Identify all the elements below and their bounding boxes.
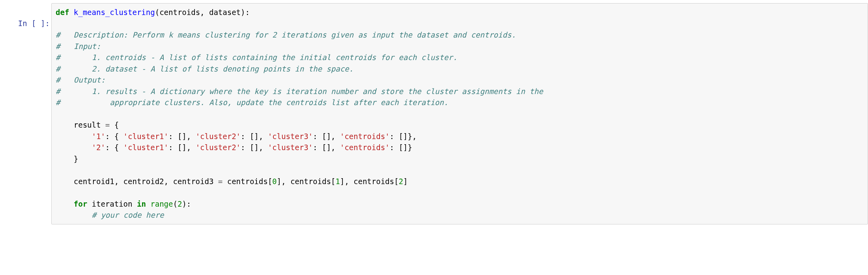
code-line	[56, 18, 864, 30]
code-text: : [],	[241, 143, 268, 152]
code-line: # 1. results - A dictionary where the ke…	[56, 86, 864, 97]
string: 'cluster3'	[268, 143, 313, 152]
comment: # 2. dataset - A list of lists denoting …	[56, 64, 354, 73]
code-line: def k_means_clustering(centroids, datase…	[56, 7, 864, 18]
comment: # 1. centroids - A list of lists contain…	[56, 53, 462, 62]
operator: =	[105, 121, 110, 129]
code-text: : [],	[313, 143, 340, 152]
code-text: ]	[403, 177, 408, 186]
string: 'cluster1'	[123, 132, 168, 141]
number: 0	[272, 177, 277, 186]
code-text	[56, 143, 92, 152]
code-line: '2': { 'cluster1': [], 'cluster2': [], '…	[56, 142, 864, 153]
number: 2	[398, 177, 403, 186]
string: 'centroids'	[340, 132, 390, 141]
code-text: iteration	[87, 200, 137, 208]
code-line: for iteration in range(2):	[56, 198, 864, 210]
code-line: # Output:	[56, 74, 864, 86]
string: 'cluster2'	[196, 132, 241, 141]
comment: # your code here	[92, 211, 164, 219]
comment: # Description: Perform k means clusterin…	[56, 30, 516, 39]
code-line: }	[56, 153, 864, 165]
notebook-code-cell: In [ ]: def k_means_clustering(centroids…	[0, 0, 868, 228]
comment: # Output:	[56, 75, 105, 84]
keyword-def: def	[56, 8, 69, 17]
code-text: : [],	[313, 132, 340, 141]
keyword-in: in	[137, 200, 146, 208]
string: '2'	[92, 143, 105, 152]
code-line: # Description: Perform k means clusterin…	[56, 29, 864, 41]
code-line: # 1. centroids - A list of lists contain…	[56, 52, 864, 63]
code-text: centroids[	[223, 177, 272, 186]
string: 'centroids'	[340, 143, 390, 152]
code-line: '1': { 'cluster1': [], 'cluster2': [], '…	[56, 131, 864, 142]
code-line: centroid1, centroid2, centroid3 = centro…	[56, 176, 864, 187]
code-text: : {	[105, 143, 123, 152]
function-name: k_means_clustering	[74, 8, 155, 17]
code-editor[interactable]: def k_means_clustering(centroids, datase…	[51, 3, 868, 224]
code-line: # appropriate clusters. Also, update the…	[56, 97, 864, 108]
code-line: # Input:	[56, 41, 864, 52]
code-text: : []}	[390, 143, 412, 152]
code-text: : [],	[241, 132, 268, 141]
code-text: : {	[105, 132, 123, 141]
code-line: # your code here	[56, 209, 864, 221]
operator: =	[218, 177, 223, 186]
code-text: centroid1, centroid2, centroid3	[56, 177, 218, 186]
code-text	[56, 200, 74, 208]
input-prompt: In [ ]:	[0, 3, 51, 40]
code-text: }	[56, 154, 78, 163]
code-line: result = {	[56, 119, 864, 131]
code-text	[69, 8, 73, 17]
string: 'cluster1'	[123, 143, 168, 152]
string: 'cluster3'	[268, 132, 313, 141]
code-text: ], centroids[	[340, 177, 399, 186]
code-line: # 2. dataset - A list of lists denoting …	[56, 63, 864, 75]
code-line	[56, 187, 864, 198]
number: 1	[335, 177, 340, 186]
comment: # Input:	[56, 42, 101, 51]
code-text	[146, 200, 150, 208]
builtin-range: range	[150, 200, 173, 208]
code-text: ], centroids[	[277, 177, 336, 186]
code-text: (	[173, 200, 177, 208]
code-text: ):	[182, 200, 191, 208]
code-text: {	[110, 121, 119, 129]
code-text	[56, 211, 92, 219]
prompt-label: In [ ]:	[18, 19, 50, 28]
code-text	[56, 132, 92, 141]
comment: # 1. results - A dictionary where the ke…	[56, 87, 548, 96]
string: 'cluster2'	[196, 143, 241, 152]
keyword-for: for	[74, 200, 87, 208]
code-text: result	[56, 121, 105, 129]
code-text: (centroids, dataset):	[155, 8, 250, 17]
code-line	[56, 164, 864, 176]
comment: # appropriate clusters. Also, update the…	[56, 98, 448, 107]
string: '1'	[92, 132, 105, 141]
code-line	[56, 108, 864, 120]
code-text: : []},	[390, 132, 417, 141]
code-text: : [],	[168, 132, 196, 141]
number: 2	[178, 200, 182, 208]
code-text: : [],	[168, 143, 196, 152]
